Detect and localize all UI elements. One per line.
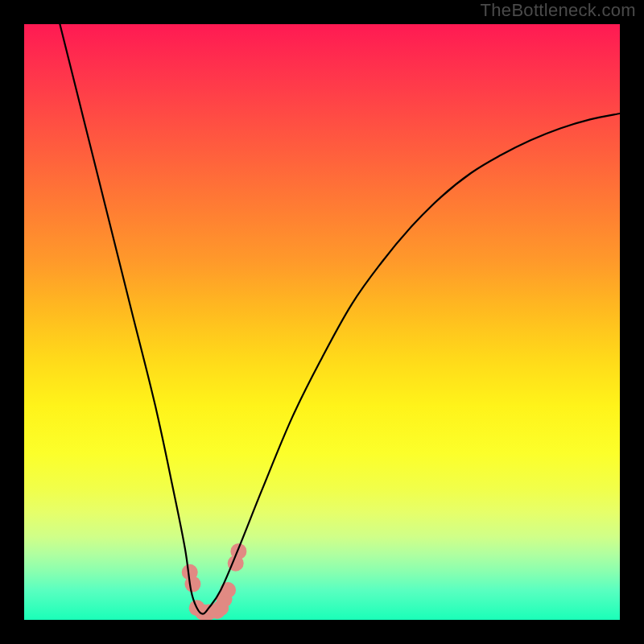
highlight-dot [220,582,236,598]
plot-svg [24,24,620,620]
watermark-text: TheBottleneck.com [481,0,636,21]
highlight-dot [184,576,200,592]
bottleneck-curve [60,24,620,614]
highlight-dot [230,543,246,559]
chart-frame: TheBottleneck.com [0,0,644,644]
